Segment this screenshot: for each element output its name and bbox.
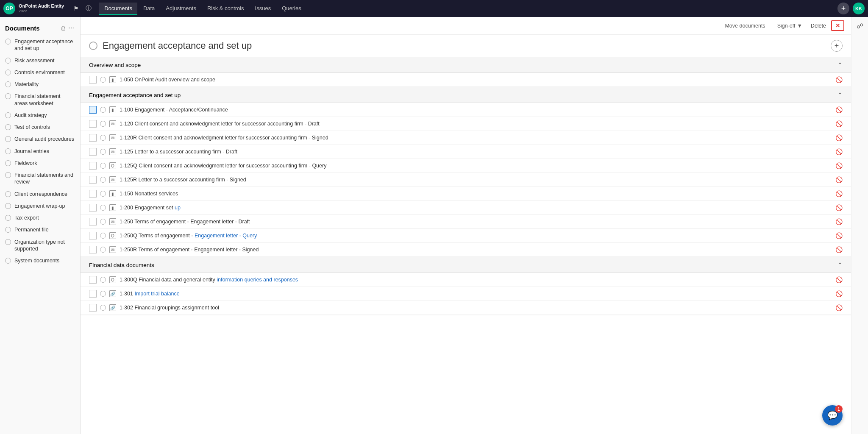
sidebar-item-label: Financial statement areas worksheet bbox=[14, 93, 75, 107]
row-radio[interactable] bbox=[100, 177, 106, 183]
close-btn[interactable]: ✕ bbox=[831, 20, 844, 31]
sidebar-item-financial-statements-review[interactable]: Financial statements and review bbox=[0, 169, 80, 188]
table-row: Q 1-125Q Client consent and acknowledgme… bbox=[81, 159, 851, 173]
row-checkbox[interactable] bbox=[89, 304, 97, 312]
row-checkbox[interactable] bbox=[89, 134, 97, 142]
row-radio[interactable] bbox=[100, 107, 106, 113]
visibility-btn[interactable]: 🚫 bbox=[835, 162, 843, 169]
visibility-btn[interactable]: 🚫 bbox=[835, 276, 843, 283]
group-financial-data-header[interactable]: Financial data documents ⌃ bbox=[81, 257, 851, 273]
row-radio[interactable] bbox=[100, 219, 106, 225]
visibility-btn[interactable]: 🚫 bbox=[835, 246, 843, 253]
row-radio[interactable] bbox=[100, 121, 106, 127]
tab-data[interactable]: Data bbox=[138, 3, 160, 15]
visibility-btn[interactable]: 🚫 bbox=[835, 290, 843, 297]
row-checkbox[interactable] bbox=[89, 190, 97, 198]
visibility-btn[interactable]: 🚫 bbox=[835, 218, 843, 225]
flag-btn[interactable]: ⚑ bbox=[71, 3, 81, 14]
sidebar-item-controls-environment[interactable]: Controls environment bbox=[0, 67, 80, 78]
visibility-btn[interactable]: 🚫 bbox=[835, 134, 843, 141]
sidebar-item-tax-export[interactable]: Tax export bbox=[0, 212, 80, 224]
row-checkbox[interactable] bbox=[89, 232, 97, 239]
doc-name: 1-300Q Financial data and general entity… bbox=[120, 277, 832, 283]
row-checkbox[interactable] bbox=[89, 106, 97, 114]
row-radio[interactable] bbox=[100, 191, 106, 197]
sidebar-item-client-correspondence[interactable]: Client correspondence bbox=[0, 188, 80, 200]
sidebar-item-journal-entries[interactable]: Journal entries bbox=[0, 145, 80, 157]
app-logo: OP bbox=[3, 3, 15, 14]
tab-documents[interactable]: Documents bbox=[99, 3, 137, 15]
delete-btn[interactable]: Delete bbox=[811, 23, 826, 29]
row-checkbox[interactable] bbox=[89, 120, 97, 128]
doc-type-icon: ▮ bbox=[109, 190, 116, 197]
app-name: OnPoint Audit Entity bbox=[19, 3, 64, 9]
collapse-btn[interactable]: ⌃ bbox=[837, 262, 843, 268]
row-checkbox[interactable] bbox=[89, 276, 97, 284]
visibility-btn[interactable]: 🚫 bbox=[835, 190, 843, 197]
section-add-btn[interactable]: + bbox=[831, 40, 843, 52]
tab-queries[interactable]: Queries bbox=[277, 3, 306, 15]
collapse-btn[interactable]: ⌃ bbox=[837, 92, 843, 98]
visibility-btn[interactable]: 🚫 bbox=[835, 106, 843, 113]
row-radio[interactable] bbox=[100, 291, 106, 297]
tab-issues[interactable]: Issues bbox=[250, 3, 276, 15]
info-btn[interactable]: ⓘ bbox=[83, 3, 94, 14]
sidebar-circle bbox=[5, 160, 11, 166]
sidebar-item-org-type-not-supported[interactable]: Organization type not supported bbox=[0, 236, 80, 255]
row-radio[interactable] bbox=[100, 247, 106, 253]
row-radio[interactable] bbox=[100, 205, 106, 211]
visibility-btn[interactable]: 🚫 bbox=[835, 204, 843, 211]
tab-risk-controls[interactable]: Risk & controls bbox=[202, 3, 249, 15]
sidebar-item-permanent-file[interactable]: Permanent file bbox=[0, 224, 80, 236]
visibility-btn[interactable]: 🚫 bbox=[835, 304, 843, 311]
move-documents-btn[interactable]: Move documents bbox=[721, 21, 768, 31]
group-overview-scope-header[interactable]: Overview and scope ⌃ bbox=[81, 57, 851, 73]
visibility-btn[interactable]: 🚫 bbox=[835, 148, 843, 155]
chat-bubble[interactable]: 💬 1 bbox=[822, 405, 843, 426]
row-checkbox[interactable] bbox=[89, 290, 97, 298]
sidebar-item-label: Organization type not supported bbox=[14, 239, 75, 253]
sidebar-circle bbox=[5, 39, 11, 45]
row-checkbox[interactable] bbox=[89, 176, 97, 184]
sidebar-item-fieldwork[interactable]: Fieldwork bbox=[0, 157, 80, 169]
panel-icon-btn[interactable]: ☍ bbox=[857, 22, 863, 30]
row-checkbox[interactable] bbox=[89, 148, 97, 156]
row-checkbox[interactable] bbox=[89, 246, 97, 253]
collapse-btn[interactable]: ⌃ bbox=[837, 61, 843, 68]
row-checkbox[interactable] bbox=[89, 76, 97, 83]
sidebar-print-btn[interactable]: ⎙ bbox=[61, 24, 66, 32]
visibility-btn[interactable]: 🚫 bbox=[835, 76, 843, 83]
sidebar-item-system-documents[interactable]: System documents bbox=[0, 255, 80, 267]
row-radio[interactable] bbox=[100, 135, 106, 141]
row-radio[interactable] bbox=[100, 277, 106, 283]
doc-name: 1-250R Terms of engagement - Engagement … bbox=[120, 247, 832, 253]
row-radio[interactable] bbox=[100, 149, 106, 155]
visibility-btn[interactable]: 🚫 bbox=[835, 232, 843, 239]
group-engagement-acceptance-header[interactable]: Engagement acceptance and set up ⌃ bbox=[81, 87, 851, 103]
sidebar-more-btn[interactable]: ⋯ bbox=[67, 24, 75, 32]
sidebar-item-general-audit[interactable]: General audit procedures bbox=[0, 133, 80, 145]
add-btn[interactable]: + bbox=[837, 3, 849, 14]
sidebar-item-risk-assessment[interactable]: Risk assessment bbox=[0, 55, 80, 67]
sidebar-item-label: Materiality bbox=[14, 81, 39, 88]
row-radio[interactable] bbox=[100, 77, 106, 83]
sidebar-item-financial-statement-areas[interactable]: Financial statement areas worksheet bbox=[0, 90, 80, 109]
visibility-btn[interactable]: 🚫 bbox=[835, 120, 843, 127]
sign-off-btn[interactable]: Sign-off ▼ bbox=[774, 21, 806, 31]
row-checkbox[interactable] bbox=[89, 218, 97, 225]
row-checkbox[interactable] bbox=[89, 162, 97, 170]
sidebar-item-label: Financial statements and review bbox=[14, 172, 75, 186]
table-row: Q 1-300Q Financial data and general enti… bbox=[81, 273, 851, 287]
sidebar-item-materiality[interactable]: Materiality bbox=[0, 78, 80, 90]
row-radio[interactable] bbox=[100, 163, 106, 169]
row-radio[interactable] bbox=[100, 233, 106, 239]
row-radio[interactable] bbox=[100, 305, 106, 311]
row-checkbox[interactable] bbox=[89, 204, 97, 211]
sidebar-item-engagement-acceptance[interactable]: Engagement acceptance and set up bbox=[0, 36, 80, 55]
sidebar-item-test-of-controls[interactable]: Test of controls bbox=[0, 121, 80, 133]
visibility-btn[interactable]: 🚫 bbox=[835, 176, 843, 183]
sidebar-item-audit-strategy[interactable]: Audit strategy bbox=[0, 109, 80, 121]
tab-adjustments[interactable]: Adjustments bbox=[161, 3, 201, 15]
doc-name: 1-250 Terms of engagement - Engagement l… bbox=[120, 219, 832, 225]
sidebar-item-engagement-wrap-up[interactable]: Engagement wrap-up bbox=[0, 200, 80, 212]
